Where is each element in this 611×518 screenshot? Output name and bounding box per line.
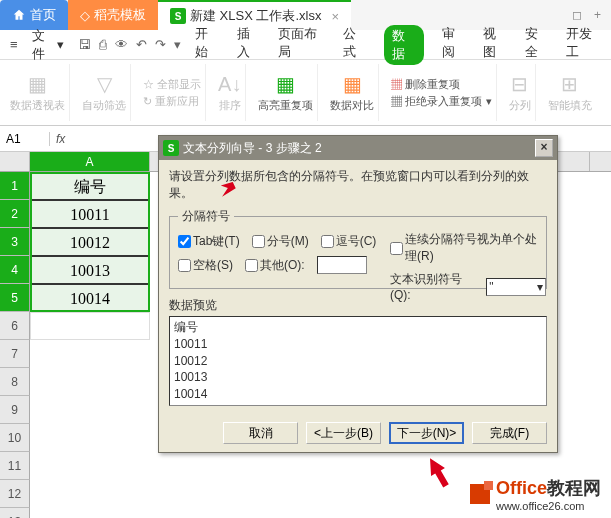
row-header-3[interactable]: 3 <box>0 228 30 256</box>
redo-icon[interactable]: ↷ <box>155 37 166 52</box>
ribbon-deletedup[interactable]: ▦ 删除重复项 <box>391 77 460 92</box>
ribbon-tab-data[interactable]: 数据 <box>384 25 423 65</box>
ribbon-splitcol[interactable]: ⊟分列 <box>505 64 536 121</box>
dialog-titlebar[interactable]: S 文本分列向导 - 3 步骤之 2 × <box>159 136 557 160</box>
tab-home[interactable]: 首页 <box>0 0 68 30</box>
reject-icon: ▦ <box>391 95 402 107</box>
next-button[interactable]: 下一步(N)> <box>389 422 464 444</box>
qat-dropdown-icon[interactable]: ▾ <box>174 37 181 52</box>
dialog-app-icon: S <box>163 140 179 156</box>
preview-box[interactable]: 编号 10011 10012 10013 10014 <box>169 316 547 406</box>
ribbon-tab-start[interactable]: 开始 <box>195 25 218 65</box>
delete-icon: ▦ <box>391 78 402 90</box>
row-header-5[interactable]: 5 <box>0 284 30 312</box>
cancel-button[interactable]: 取消 <box>223 422 298 444</box>
plus-icon[interactable]: + <box>594 8 601 22</box>
delimiter-fieldset: 分隔符号 Tab键(T) 分号(M) 逗号(C) 空格(S) 其他(O): 连续… <box>169 208 547 289</box>
ribbon-tab-view[interactable]: 视图 <box>483 25 506 65</box>
ribbon-highlightdup[interactable]: ▦高亮重复项 <box>254 64 318 121</box>
home-icon <box>12 8 26 22</box>
checkbox-other[interactable]: 其他(O): <box>245 257 305 274</box>
ribbon-showall[interactable]: ☆ 全部显示 <box>143 77 201 92</box>
name-box[interactable]: A1 <box>0 132 50 146</box>
row-header-11[interactable]: 11 <box>0 452 30 480</box>
row-header-6[interactable]: 6 <box>0 312 30 340</box>
ribbon-tab-insert[interactable]: 插入 <box>237 25 260 65</box>
select-all-corner[interactable] <box>0 152 30 171</box>
ribbon-tab-security[interactable]: 安全 <box>525 25 548 65</box>
cell-a1[interactable]: 编号 <box>30 172 150 200</box>
tab-template[interactable]: ◇ 稻壳模板 <box>68 0 158 30</box>
preview-row: 10013 <box>174 369 542 386</box>
row-header-7[interactable]: 7 <box>0 340 30 368</box>
file-menu-label: 文件 <box>32 27 56 63</box>
ribbon-smartfill[interactable]: ⊞智能填充 <box>544 64 596 121</box>
row-headers: 1 2 3 4 5 6 7 8 9 10 11 12 13 <box>0 172 30 518</box>
ribbon-autofilter[interactable]: ▽自动筛选 <box>78 64 131 121</box>
preview-icon[interactable]: 👁 <box>115 37 128 52</box>
col-header-a[interactable]: A <box>30 152 150 171</box>
cell-a6[interactable] <box>30 312 150 340</box>
ribbon-reapply[interactable]: ↻ 重新应用 <box>143 94 199 109</box>
tab-template-label: 稻壳模板 <box>94 6 146 24</box>
doc-icon: ◇ <box>80 8 90 23</box>
watermark: OfficeOffice教程网教程网 www.office26.com <box>470 476 601 512</box>
undo-icon[interactable]: ↶ <box>136 37 147 52</box>
ribbon-tab-formula[interactable]: 公式 <box>343 25 366 65</box>
row-header-8[interactable]: 8 <box>0 368 30 396</box>
ribbon-sort-label: 排序 <box>219 98 241 113</box>
sort-icon: A↓ <box>218 73 241 96</box>
menu-icon[interactable]: ≡ <box>10 37 18 52</box>
ribbon-datacompare[interactable]: ▦数据对比 <box>326 64 379 121</box>
highlight-icon: ▦ <box>276 72 295 96</box>
checkbox-comma[interactable]: 逗号(C) <box>321 233 377 250</box>
file-menu[interactable]: 文件 ▾ <box>32 27 65 63</box>
row-header-2[interactable]: 2 <box>0 200 30 228</box>
row-header-1[interactable]: 1 <box>0 172 30 200</box>
ribbon-tab-dev[interactable]: 开发工 <box>566 25 601 65</box>
text-qualifier-select[interactable]: " ▾ <box>486 278 546 296</box>
save-icon[interactable]: 🖫 <box>78 37 91 52</box>
checkbox-consecutive[interactable]: 连续分隔符号视为单个处理(R) <box>390 231 546 265</box>
checkbox-space[interactable]: 空格(S) <box>178 257 233 274</box>
pivot-icon: ▦ <box>28 72 47 96</box>
row-header-10[interactable]: 10 <box>0 424 30 452</box>
ribbon-highlightdup-label: 高亮重复项 <box>258 98 313 113</box>
cell-a5[interactable]: 10014 <box>30 284 150 312</box>
win-box1-icon[interactable]: ◻ <box>572 8 582 22</box>
filter-icon: ▽ <box>97 72 112 96</box>
ribbon-tab-review[interactable]: 审阅 <box>442 25 465 65</box>
ribbon-splitcol-label: 分列 <box>509 98 531 113</box>
back-button[interactable]: <上一步(B) <box>306 422 381 444</box>
ribbon-dup-opts: ▦ 删除重复项 ▦ 拒绝录入重复项 ▾ <box>387 64 496 121</box>
ribbon-smartfill-label: 智能填充 <box>548 98 592 113</box>
row-header-9[interactable]: 9 <box>0 396 30 424</box>
delimiter-legend: 分隔符号 <box>178 208 234 225</box>
checkbox-tab[interactable]: Tab键(T) <box>178 233 240 250</box>
office-logo-icon <box>470 484 490 504</box>
chevron-down-icon: ▾ <box>537 280 543 294</box>
preview-row: 10012 <box>174 353 542 370</box>
dialog-buttons: 取消 <上一步(B) 下一步(N)> 完成(F) <box>159 414 557 452</box>
split-icon: ⊟ <box>511 72 528 96</box>
close-icon[interactable]: × <box>331 9 339 24</box>
ribbon-rejectdup[interactable]: ▦ 拒绝录入重复项 ▾ <box>391 94 491 109</box>
finish-button[interactable]: 完成(F) <box>472 422 547 444</box>
ribbon-sort[interactable]: A↓排序 <box>214 64 246 121</box>
delimiter-right-opts: 连续分隔符号视为单个处理(R) 文本识别符号(Q): " ▾ <box>390 231 546 302</box>
text-qualifier-value: " <box>489 280 493 294</box>
row-header-12[interactable]: 12 <box>0 480 30 508</box>
cell-a4[interactable]: 10013 <box>30 256 150 284</box>
ribbon-tab-layout[interactable]: 页面布局 <box>278 25 325 65</box>
ribbon-pivot[interactable]: ▦数据透视表 <box>6 64 70 121</box>
checkbox-semicolon[interactable]: 分号(M) <box>252 233 309 250</box>
row-header-4[interactable]: 4 <box>0 256 30 284</box>
cell-a2[interactable]: 10011 <box>30 200 150 228</box>
other-delimiter-input[interactable] <box>317 256 367 274</box>
dialog-title-text: 文本分列向导 - 3 步骤之 2 <box>183 140 322 157</box>
row-header-13[interactable]: 13 <box>0 508 30 518</box>
menubar: ≡ 文件 ▾ 🖫 ⎙ 👁 ↶ ↷ ▾ 开始 插入 页面布局 公式 数据 审阅 视… <box>0 30 611 60</box>
cell-a3[interactable]: 10012 <box>30 228 150 256</box>
dialog-close-button[interactable]: × <box>535 139 553 157</box>
print-icon[interactable]: ⎙ <box>99 37 107 52</box>
